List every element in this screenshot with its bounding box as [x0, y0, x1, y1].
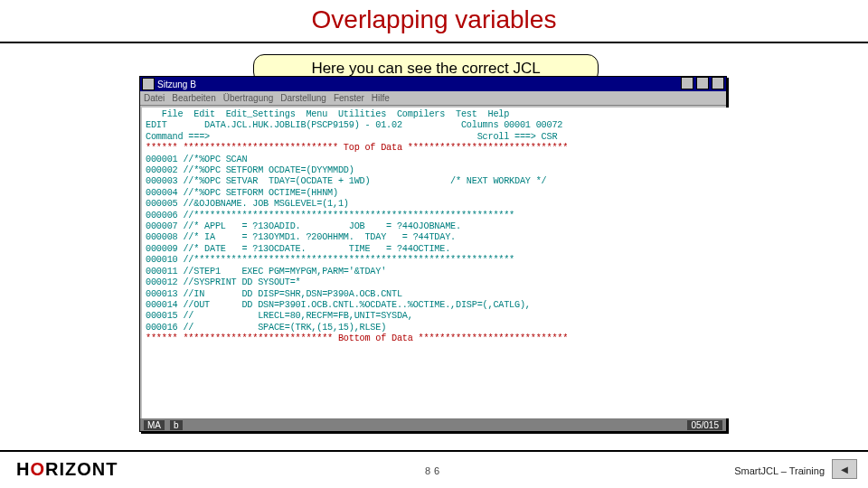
menu-item[interactable]: Hilfe — [372, 93, 390, 103]
window-menubar: Datei Bearbeiten Übertragung Darstellung… — [140, 91, 726, 106]
close-button[interactable] — [712, 77, 724, 89]
footer-label: SmartJCL – Training — [734, 465, 825, 476]
prev-slide-button[interactable]: ◄ — [832, 459, 857, 479]
window-title: Sitzung B — [157, 80, 196, 89]
maximize-button[interactable] — [696, 77, 709, 89]
window: Sitzung B Datei Bearbeiten Übertragung D… — [139, 76, 727, 432]
status-left-2: b — [170, 420, 183, 430]
title-rule — [0, 42, 868, 43]
menu-item[interactable]: Fenster — [334, 93, 364, 103]
menu-item[interactable]: Bearbeiten — [172, 93, 215, 103]
slide-title: Overlapping variables — [0, 5, 868, 34]
footer-rule — [0, 450, 868, 452]
status-right: 05/015 — [687, 420, 722, 430]
minimize-button[interactable] — [681, 77, 693, 89]
menu-item[interactable]: Darstellung — [280, 93, 326, 103]
callout-text: Here you can see the correct JCL — [311, 60, 540, 77]
menu-item[interactable]: Übertragung — [223, 93, 274, 103]
window-statusbar: MA b 05/015 — [140, 418, 726, 431]
window-titlebar: Sitzung B — [140, 77, 726, 91]
terminal-content: File Edit Edit_Settings Menu Utilities C… — [142, 108, 731, 418]
menu-item[interactable]: Datei — [144, 93, 165, 103]
status-left-1: MA — [144, 420, 165, 430]
sysmenu-icon[interactable] — [142, 78, 155, 90]
arrow-left-icon: ◄ — [839, 463, 851, 476]
